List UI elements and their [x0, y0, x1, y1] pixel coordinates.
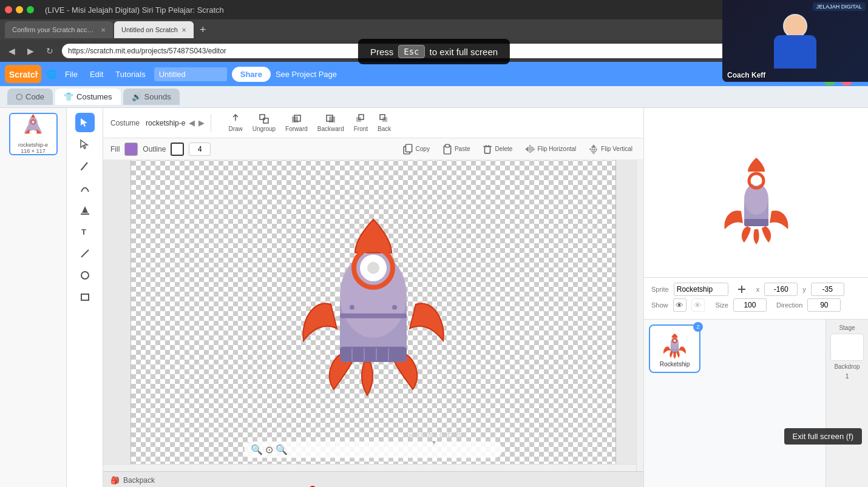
- flip-h-button[interactable]: Flip Horizontal: [521, 143, 580, 156]
- vector-editor: Costume rocketship-e ◀ ▶ Draw Ungroup: [103, 108, 643, 487]
- y-input[interactable]: [811, 283, 844, 296]
- tab-costumes[interactable]: 👕 Costumes: [55, 89, 121, 105]
- costume-panel: rocketship-e116 × 117: [0, 108, 67, 487]
- minimize-dot[interactable]: [16, 6, 23, 13]
- sounds-icon: 🔊: [132, 92, 141, 101]
- menu-edit[interactable]: Edit: [86, 67, 107, 81]
- zoom-reset-button[interactable]: ⊙: [265, 444, 273, 455]
- forward-button[interactable]: ▶: [24, 44, 38, 58]
- tool-select[interactable]: [75, 113, 95, 132]
- sprite-label: Sprite: [651, 286, 669, 293]
- sprites-area: 2: [644, 320, 826, 487]
- size-input[interactable]: [733, 298, 767, 312]
- outline-color-swatch[interactable]: [171, 143, 184, 156]
- tool-pencil[interactable]: [75, 156, 95, 176]
- svg-text:T: T: [81, 227, 86, 237]
- back-button[interactable]: Back: [374, 112, 395, 133]
- sprites-grid: 2: [649, 324, 821, 373]
- stage-label: Stage: [839, 324, 855, 331]
- svg-rect-17: [260, 115, 265, 119]
- delete-button[interactable]: Delete: [478, 143, 516, 156]
- arrow-left-icon[interactable]: ◀: [189, 118, 195, 127]
- svg-point-15: [81, 272, 89, 279]
- see-project-button[interactable]: See Project Page: [276, 70, 337, 79]
- menu-tutorials[interactable]: Tutorials: [112, 67, 149, 81]
- video-overlay: JELAJAH DIGITAL Coach Keff: [722, 0, 868, 82]
- zoom-in-button[interactable]: 🔍: [276, 444, 288, 455]
- sprite-name-label: Rocketship: [660, 361, 690, 368]
- svg-rect-18: [263, 118, 268, 123]
- scroll-details: Scroll for details ▼: [406, 430, 462, 446]
- maximize-dot[interactable]: [27, 6, 34, 13]
- draw-button[interactable]: Draw: [225, 112, 246, 133]
- copy-button[interactable]: Copy: [399, 143, 433, 156]
- svg-marker-36: [532, 146, 535, 152]
- costume-item-rocketship[interactable]: rocketship-e116 × 117: [9, 113, 58, 155]
- flip-v-button[interactable]: Flip Vertical: [585, 143, 636, 156]
- tab-code[interactable]: ⬡ Code: [7, 89, 53, 105]
- stroke-width-input[interactable]: [189, 143, 211, 156]
- backdrop-item[interactable]: [830, 334, 864, 361]
- project-name-input[interactable]: [154, 67, 227, 81]
- tab-close-icon[interactable]: ✕: [101, 27, 106, 33]
- tool-circle[interactable]: [75, 266, 95, 285]
- back-button[interactable]: ◀: [5, 44, 19, 58]
- language-icon[interactable]: 🌐: [46, 69, 56, 79]
- costume-label: rocketship-e116 × 117: [18, 142, 48, 154]
- svg-point-50: [350, 304, 354, 309]
- sprite-item-rocketship[interactable]: 2: [649, 324, 700, 373]
- backpack-bar[interactable]: 🎒 Backpack: [103, 471, 643, 487]
- arrange-tools: Draw Ungroup Forward Backward: [225, 112, 395, 133]
- arrow-right-icon[interactable]: ▶: [198, 118, 205, 127]
- close-dot[interactable]: [5, 6, 12, 13]
- tab-confirm-scratch[interactable]: Confirm your Scratch account... ✕: [5, 21, 113, 38]
- tools-panel: T: [67, 108, 103, 487]
- paste-button[interactable]: Paste: [438, 143, 474, 156]
- outline-label: Outline: [143, 145, 166, 153]
- svg-rect-54: [744, 219, 768, 226]
- direction-input[interactable]: [807, 298, 841, 312]
- stage-preview: [644, 108, 868, 278]
- show-visible-button[interactable]: 👁: [673, 298, 687, 312]
- direction-label: Direction: [776, 301, 802, 309]
- svg-rect-16: [81, 294, 89, 300]
- x-input[interactable]: [764, 283, 798, 296]
- zoom-out-button[interactable]: 🔍: [251, 444, 263, 455]
- svg-point-63: [674, 340, 676, 341]
- canvas-area[interactable]: 🔍 ⊙ 🔍: [103, 160, 643, 471]
- front-button[interactable]: Front: [350, 112, 371, 133]
- tool-curve[interactable]: [75, 178, 95, 198]
- tool-reshape[interactable]: [75, 135, 95, 154]
- canvas-bg: [131, 160, 616, 471]
- refresh-button[interactable]: ↻: [42, 44, 57, 58]
- sprite-name-input[interactable]: [674, 283, 728, 296]
- svg-marker-38: [591, 144, 597, 148]
- backpack-label: Backpack: [123, 476, 155, 485]
- horizontal-scrollbar[interactable]: [103, 464, 636, 471]
- tab-sounds[interactable]: 🔊 Sounds: [123, 89, 180, 105]
- tool-fill[interactable]: [75, 200, 95, 220]
- tool-rect[interactable]: [75, 287, 95, 307]
- tool-text[interactable]: T: [75, 222, 95, 241]
- svg-marker-39: [591, 150, 597, 154]
- backdrop-count: 1: [845, 372, 849, 380]
- backward-button[interactable]: Backward: [314, 112, 348, 133]
- show-hidden-button[interactable]: 👁: [691, 298, 705, 312]
- tab-close-icon[interactable]: ✕: [181, 27, 186, 33]
- tool-line[interactable]: [75, 244, 95, 263]
- coach-name: Coach Keff: [727, 71, 765, 79]
- fill-color-swatch[interactable]: [124, 143, 138, 156]
- esc-prefix: Press: [370, 47, 393, 57]
- menu-file[interactable]: File: [61, 67, 81, 81]
- tab-untitled-scratch[interactable]: Untitled on Scratch ✕: [114, 21, 194, 38]
- costume-name-value: rocketship-e: [146, 119, 185, 127]
- svg-rect-12: [81, 213, 89, 215]
- exit-fullscreen-button[interactable]: Exit full screen (f): [784, 428, 862, 445]
- svg-rect-30: [446, 144, 450, 147]
- esc-suffix: to exit full screen: [430, 47, 498, 57]
- forward-button[interactable]: Forward: [282, 112, 311, 133]
- new-tab-button[interactable]: +: [195, 24, 211, 36]
- ungroup-button[interactable]: Ungroup: [249, 112, 279, 133]
- share-button[interactable]: Share: [232, 67, 271, 82]
- vertical-scrollbar[interactable]: [636, 160, 643, 471]
